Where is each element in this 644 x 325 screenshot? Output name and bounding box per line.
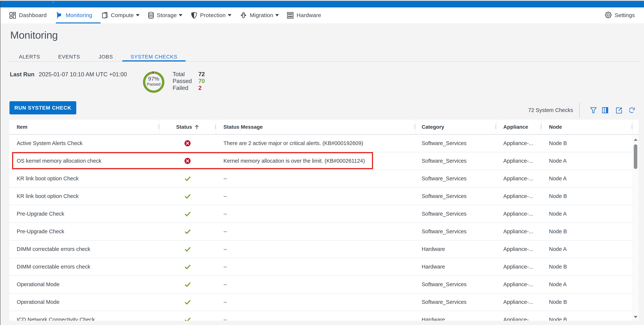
cell-item: KR link boot option Check <box>17 188 79 205</box>
cell-category: Hardware <box>422 311 445 321</box>
cell-status-message: -- <box>224 223 227 240</box>
donut-percent-label: Passed <box>147 82 160 87</box>
donut-percent: 97% <box>148 76 159 82</box>
scroll-down-arrow-icon[interactable] <box>634 316 638 318</box>
cell-status <box>159 205 216 222</box>
cell-status <box>159 311 216 321</box>
scroll-up-arrow-icon[interactable] <box>634 139 638 141</box>
table-row[interactable]: Active System Alerts CheckThere are 2 ac… <box>10 135 638 152</box>
scrollbar-thumb[interactable] <box>634 144 637 169</box>
cell-status <box>159 276 216 293</box>
cell-category: Software_Services <box>422 135 466 152</box>
cell-item: Operational Mode <box>17 276 60 293</box>
migration-icon <box>240 12 247 18</box>
cell-item: KR link boot option Check <box>17 170 79 187</box>
filter-icon[interactable] <box>590 107 597 114</box>
column-header-node[interactable]: Node <box>549 120 562 134</box>
column-divider <box>159 120 160 134</box>
cell-status-message: -- <box>224 205 227 222</box>
vertical-scrollbar[interactable] <box>633 135 638 321</box>
cell-appliance: Appliance-... <box>503 258 533 275</box>
cell-node: Node A <box>549 205 566 222</box>
cell-status <box>159 135 216 152</box>
table-row[interactable]: DIMM correctable errors check--HardwareA… <box>10 240 638 258</box>
cell-appliance: Appliance-... <box>503 311 533 321</box>
status-passed-icon <box>184 194 191 199</box>
column-header-status[interactable]: Status <box>159 120 216 134</box>
cell-status <box>159 170 216 187</box>
table-row[interactable]: Operational Mode--Software_ServicesAppli… <box>10 293 638 311</box>
run-system-check-button[interactable]: RUN SYSTEM CHECK <box>10 101 76 114</box>
legend-label: Passed <box>172 78 192 85</box>
cell-category: Software_Services <box>422 152 466 170</box>
nav-item-storage[interactable]: Storage <box>148 8 182 23</box>
cell-category: Software_Services <box>422 205 466 222</box>
tab-jobs[interactable]: JOBS <box>89 52 122 62</box>
nav-item-monitoring[interactable]: Monitoring <box>57 8 92 23</box>
legend-label: Total <box>172 71 185 78</box>
status-failed-icon <box>184 158 190 164</box>
nav-item-hardware[interactable]: Hardware <box>287 8 321 23</box>
column-header-category[interactable]: Category <box>422 120 444 134</box>
cell-category: Software_Services <box>422 276 466 293</box>
nav-item-compute[interactable]: Compute <box>102 8 140 23</box>
cell-status-message: -- <box>224 188 227 205</box>
legend-value: 70 <box>198 78 205 85</box>
table-row[interactable]: Pre-Upgrade Check--Software_ServicesAppl… <box>10 223 638 240</box>
chevron-down-icon <box>275 14 279 16</box>
legend-label: Failed <box>172 85 188 91</box>
table-row[interactable]: ICD Network Connectivity Check--Hardware… <box>10 311 638 321</box>
cell-status-message: -- <box>224 311 227 321</box>
cell-node: Node A <box>549 170 566 187</box>
column-header-label: Node <box>549 124 562 130</box>
cell-item: Operational Mode <box>17 293 60 311</box>
cell-status <box>159 188 216 205</box>
table-row[interactable]: OS kernel memory allocation checkKernel … <box>10 152 638 170</box>
system-checks-count: 72 System Checks <box>501 107 573 113</box>
nav-item-label: Protection <box>200 12 226 18</box>
cell-item: DIMM correctable errors check <box>17 258 90 275</box>
cell-appliance: Appliance-... <box>503 276 533 293</box>
nav-item-settings[interactable]: Settings <box>605 8 635 23</box>
column-header-appliance[interactable]: Appliance <box>503 120 528 134</box>
status-passed-icon <box>184 264 191 269</box>
legend-value: 72 <box>198 71 205 78</box>
cell-status-message: -- <box>224 240 227 258</box>
cell-status <box>159 258 216 275</box>
table-row[interactable]: DIMM correctable errors check--HardwareA… <box>10 258 638 276</box>
table-row[interactable]: Pre-Upgrade Check--Software_ServicesAppl… <box>10 205 638 223</box>
table-row[interactable]: Operational Mode--Software_ServicesAppli… <box>10 276 638 293</box>
table-row[interactable]: KR link boot option Check--Software_Serv… <box>10 188 638 205</box>
status-passed-icon <box>184 247 191 252</box>
refresh-icon[interactable] <box>629 107 636 114</box>
table-body: Active System Alerts CheckThere are 2 ac… <box>10 135 638 321</box>
active-tab-underline <box>122 60 186 62</box>
cell-status-message: There are 2 active major or critical ale… <box>224 135 363 152</box>
cell-category: Software_Services <box>422 293 466 311</box>
cell-status <box>159 152 216 170</box>
cell-node: Node A <box>549 240 566 258</box>
columns-icon[interactable] <box>602 107 608 114</box>
nav-item-dashboard[interactable]: Dashboard <box>10 8 46 23</box>
column-header-label: Category <box>422 124 444 130</box>
table-row[interactable]: KR link boot option Check--Software_Serv… <box>10 170 638 188</box>
nav-item-migration[interactable]: Migration <box>240 8 279 23</box>
cell-appliance: Appliance-... <box>503 293 533 311</box>
nav-item-protection[interactable]: Protection <box>191 8 232 23</box>
export-icon[interactable] <box>616 107 622 114</box>
tab-events[interactable]: EVENTS <box>49 52 89 62</box>
legend-row-passed: Passed70 <box>172 78 221 85</box>
cell-status-message: -- <box>224 170 227 187</box>
column-header-label: Item <box>17 124 28 130</box>
nav-item-label: Monitoring <box>66 12 92 18</box>
cell-category: Software_Services <box>422 223 466 240</box>
check-summary-legend: Total72Passed70Failed2 <box>172 71 221 91</box>
column-divider <box>632 120 633 134</box>
protection-icon <box>191 12 197 19</box>
top-bar-artifact <box>53 2 54 3</box>
tab-alerts[interactable]: ALERTS <box>10 52 49 62</box>
cell-node: Node B <box>549 258 567 275</box>
column-header-status-message[interactable]: Status Message <box>224 120 263 134</box>
column-header-item[interactable]: Item <box>17 120 28 134</box>
hardware-icon <box>287 12 294 19</box>
